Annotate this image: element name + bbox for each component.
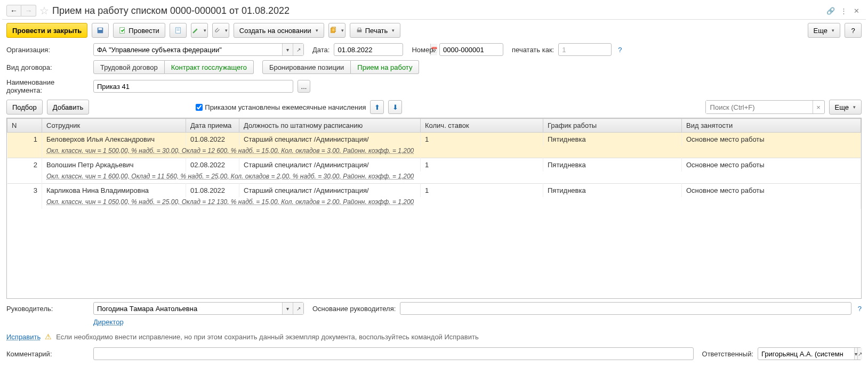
help-button[interactable]: ? <box>845 23 862 38</box>
nav-forward-button[interactable]: → <box>21 5 36 17</box>
seg-labor-contract[interactable]: Трудовой договор <box>93 60 165 74</box>
post-close-label: Провести и закрыть <box>12 27 82 35</box>
monthly-accruals-label: Приказом установлены ежемесячные начисле… <box>205 103 366 111</box>
responsible-open-btn[interactable]: ↗ <box>857 348 862 360</box>
print-label: Печать <box>365 27 388 35</box>
report-button[interactable] <box>170 23 187 38</box>
monthly-accruals-checkbox[interactable] <box>196 104 203 111</box>
table-row[interactable]: 2Волошин Петр Аркадьевич02.08.2022Старши… <box>7 158 861 172</box>
table-more-button[interactable]: Еще <box>829 100 862 115</box>
print-as-label: печатать как: <box>512 46 554 54</box>
contract-type-label: Вид договора: <box>6 63 89 71</box>
org-open-btn[interactable]: ↗ <box>293 44 303 55</box>
responsible-label: Ответственный: <box>702 350 753 358</box>
table-detail-row: Окл. классн. чин = 1 050,00, % надб. = 2… <box>7 197 861 209</box>
manager-open-btn[interactable]: ↗ <box>293 303 303 314</box>
menu-dots-icon[interactable]: ⋮ <box>838 5 849 16</box>
post-button[interactable]: Провести <box>113 23 165 38</box>
page-title: Прием на работу списком 0000-000001 от 0… <box>52 5 823 17</box>
col-rates[interactable]: Колич. ставок <box>421 119 543 133</box>
seg-gov-contract[interactable]: Контракт госслужащего <box>165 60 254 74</box>
search-clear-button[interactable]: × <box>813 101 824 113</box>
post-label: Провести <box>128 27 159 35</box>
more-label: Еще <box>814 27 827 35</box>
print-as-help-icon[interactable]: ? <box>618 46 622 54</box>
responsible-input[interactable] <box>758 348 854 360</box>
move-down-button[interactable]: ⬇ <box>388 100 402 114</box>
table-detail-row: Окл. классн. чин = 1 500,00, % надб. = 3… <box>7 146 861 158</box>
col-date[interactable]: Дата приема <box>186 119 239 133</box>
seg-hiring[interactable]: Прием на работу <box>351 60 419 74</box>
table-detail-row: Окл. классн. чин = 1 600,00, Оклад = 11 … <box>7 172 861 184</box>
table-row[interactable]: 3Карликова Нина Владимировна01.08.2022Ст… <box>7 184 861 198</box>
save-button[interactable] <box>92 23 109 38</box>
post-and-close-button[interactable]: Провести и закрыть <box>6 23 87 38</box>
more-button[interactable]: Еще <box>808 23 840 38</box>
col-position[interactable]: Должность по штатному расписанию <box>239 119 421 133</box>
svg-rect-9 <box>358 28 360 30</box>
number-label: Номер: <box>412 46 435 54</box>
org-label: Организация: <box>6 46 89 54</box>
comment-label: Комментарий: <box>6 350 89 358</box>
manager-basis-input[interactable] <box>400 303 850 314</box>
col-employment[interactable]: Вид занятости <box>682 119 861 133</box>
create-based-button[interactable]: Создать на основании <box>234 23 324 38</box>
manager-position-link[interactable]: Директор <box>93 318 124 326</box>
col-schedule[interactable]: График работы <box>543 119 682 133</box>
select-button[interactable]: Подбор <box>6 100 43 115</box>
manager-dropdown-btn[interactable]: ▾ <box>282 303 293 314</box>
employees-table: N Сотрудник Дата приема Должность по шта… <box>6 118 862 299</box>
date-label: Дата: <box>312 46 329 54</box>
print-as-input[interactable] <box>559 44 655 55</box>
close-icon[interactable]: ✕ <box>851 5 862 16</box>
seg-booking[interactable]: Бронирование позиции <box>262 60 351 74</box>
manager-basis-help-icon[interactable]: ? <box>858 305 862 313</box>
doc-name-label: Наименование документа: <box>6 78 89 94</box>
comment-input[interactable] <box>94 348 693 360</box>
manager-input[interactable] <box>94 303 282 314</box>
search-input[interactable] <box>706 101 813 113</box>
warning-text: Если необходимо внести исправление, но п… <box>56 333 478 341</box>
table-row[interactable]: 1Беловерхов Илья Александрович01.08.2022… <box>7 133 861 146</box>
move-up-button[interactable]: ⬆ <box>370 100 384 114</box>
create-based-label: Создать на основании <box>239 27 311 35</box>
col-employee[interactable]: Сотрудник <box>42 119 186 133</box>
doc-name-select-button[interactable]: ... <box>298 80 310 93</box>
copy-button[interactable] <box>328 23 345 38</box>
print-button[interactable]: Печать <box>350 23 401 38</box>
manager-basis-label: Основание руководителя: <box>312 305 396 313</box>
help-label: ? <box>851 27 855 35</box>
edit-button[interactable] <box>191 23 208 38</box>
attach-button[interactable] <box>212 23 229 38</box>
link-icon[interactable]: 🔗 <box>825 5 836 16</box>
col-n[interactable]: N <box>7 119 42 133</box>
doc-name-input[interactable] <box>94 80 293 92</box>
fix-link[interactable]: Исправить <box>6 333 41 341</box>
manager-label: Руководитель: <box>6 305 89 313</box>
nav-back-button[interactable]: ← <box>6 5 21 17</box>
org-dropdown-btn[interactable]: ▾ <box>282 44 293 55</box>
add-button[interactable]: Добавить <box>47 100 89 115</box>
warning-icon: ⚠ <box>45 332 52 341</box>
favorite-star-icon[interactable]: ☆ <box>39 4 49 17</box>
org-input[interactable] <box>94 44 282 55</box>
svg-rect-1 <box>99 28 102 30</box>
svg-rect-2 <box>120 28 125 34</box>
